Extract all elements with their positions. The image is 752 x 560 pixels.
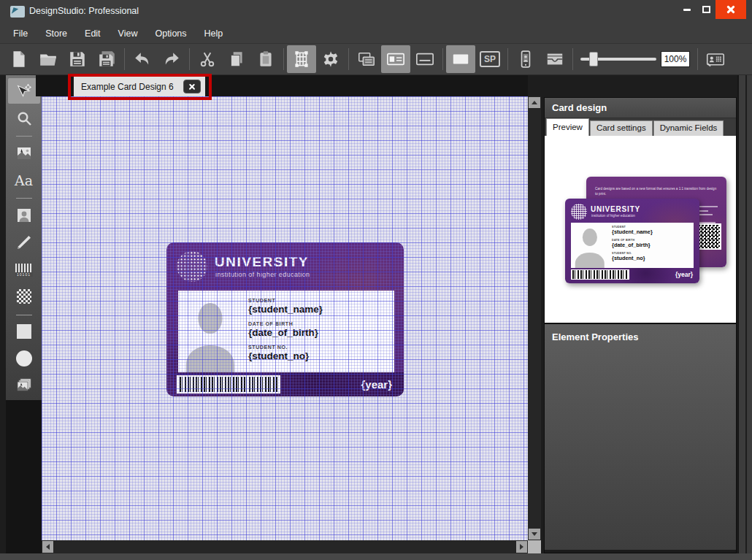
preview-year-field: {year} xyxy=(675,271,693,278)
image-tool[interactable] xyxy=(8,140,40,166)
undo-button[interactable] xyxy=(128,45,157,73)
zoom-value-field[interactable]: 100% xyxy=(661,51,690,67)
photo-tool[interactable] xyxy=(8,202,40,228)
field-value[interactable]: {student_no} xyxy=(248,350,323,361)
redo-button[interactable] xyxy=(157,45,186,73)
minimize-button[interactable] xyxy=(678,0,697,19)
toolbar-separator xyxy=(697,48,698,70)
horizontal-scrollbar[interactable] xyxy=(42,540,528,553)
sp-icon: SP xyxy=(480,51,500,67)
transform-grid-button[interactable] xyxy=(287,45,316,73)
card-design-front[interactable]: UNIVERSITY institution of higher educati… xyxy=(166,242,404,396)
document-tab[interactable]: Example Card Design 6 xyxy=(74,77,205,96)
gear-icon xyxy=(321,50,340,69)
text-tool-icon: Aa xyxy=(15,172,33,188)
save-icon xyxy=(68,50,87,69)
rectangle-icon xyxy=(17,324,31,339)
field-value[interactable]: {student_name} xyxy=(248,304,323,315)
toolbar-separator xyxy=(507,48,508,70)
menu-store[interactable]: Store xyxy=(45,28,67,39)
image-stack-tool[interactable] xyxy=(8,373,40,399)
card-photo-placeholder[interactable] xyxy=(184,296,237,372)
menu-help[interactable]: Help xyxy=(204,28,223,39)
scroll-right-button[interactable] xyxy=(516,541,527,553)
field-label: DATE OF BIRTH xyxy=(248,321,323,326)
preview-fields: STUDENT {student_name} DATE OF BIRTH {da… xyxy=(612,226,653,261)
design-canvas[interactable]: UNIVERSITY institution of higher educati… xyxy=(42,96,528,540)
close-button[interactable] xyxy=(715,0,746,19)
cut-button[interactable] xyxy=(193,45,222,73)
arrow-down-icon xyxy=(532,532,537,536)
line-tool[interactable] xyxy=(8,229,40,255)
open-button[interactable] xyxy=(34,45,63,73)
barcode-tool[interactable]: 10101 xyxy=(8,257,40,283)
panel-title: Card design xyxy=(545,98,736,118)
phone-preview-button[interactable] xyxy=(511,45,540,73)
copy-button[interactable] xyxy=(222,45,251,73)
sp-mode-button[interactable]: SP xyxy=(475,45,504,73)
new-document-icon xyxy=(9,50,28,69)
zoom-tool[interactable] xyxy=(8,105,40,131)
card-holder-button[interactable] xyxy=(540,45,569,73)
card-front-thumbnail[interactable]: UNIVERSITY institution of higher educati… xyxy=(565,199,699,283)
toolbar-separator xyxy=(442,48,443,70)
new-document-button[interactable] xyxy=(4,45,34,73)
card-front-back-button[interactable] xyxy=(352,45,381,73)
university-logo-icon xyxy=(571,204,587,220)
tab-dynamic-fields[interactable]: Dynamic Fields xyxy=(653,120,724,136)
select-move-icon xyxy=(15,83,33,100)
qrcode-tool[interactable] xyxy=(8,284,40,310)
phone-icon xyxy=(516,50,535,69)
scroll-left-button[interactable] xyxy=(42,541,53,553)
card-back-view-button[interactable] xyxy=(410,45,440,73)
save-all-button[interactable] xyxy=(92,45,121,73)
preview-org-subtitle: institution of higher education xyxy=(591,214,635,218)
settings-button[interactable] xyxy=(316,45,345,73)
maximize-button[interactable] xyxy=(697,0,715,19)
card-barcode[interactable] xyxy=(177,375,280,394)
field-value[interactable]: {date_of_birth} xyxy=(248,327,323,338)
preview-photo-placeholder xyxy=(574,225,606,268)
window-right-edge xyxy=(737,75,752,553)
tab-card-settings[interactable]: Card settings xyxy=(590,120,653,136)
document-tab-bar: Example Card Design 6 xyxy=(36,75,528,96)
card-blank-button[interactable] xyxy=(446,45,475,73)
scroll-up-button[interactable] xyxy=(529,97,540,108)
text-tool[interactable]: Aa xyxy=(8,167,40,193)
rectangle-tool[interactable] xyxy=(8,319,40,345)
card-front-back-icon xyxy=(357,50,376,69)
university-logo-icon xyxy=(177,251,207,282)
ellipse-tool[interactable] xyxy=(8,346,40,372)
card-fields: STUDENT {student_name} DATE OF BIRTH {da… xyxy=(248,298,323,361)
ellipse-icon xyxy=(16,350,32,367)
menu-bar: File Store Edit View Options Help xyxy=(0,24,752,44)
paste-button[interactable] xyxy=(251,45,280,73)
tab-close-button[interactable] xyxy=(183,80,201,93)
menu-edit[interactable]: Edit xyxy=(85,28,101,39)
portrait-icon xyxy=(15,207,33,224)
arrow-right-icon xyxy=(520,544,523,550)
image-icon xyxy=(15,145,33,162)
element-properties-panel: Element Properties xyxy=(545,324,736,550)
select-tool[interactable] xyxy=(8,78,40,104)
vertical-scrollbar[interactable] xyxy=(528,96,541,540)
save-button[interactable] xyxy=(63,45,92,73)
card-year-field[interactable]: {year} xyxy=(361,378,392,391)
tab-preview[interactable]: Preview xyxy=(546,118,589,136)
card-org-subtitle: institution of higher education xyxy=(215,271,310,278)
menu-file[interactable]: File xyxy=(13,28,28,39)
card-front-view-button[interactable] xyxy=(381,45,410,73)
menu-view[interactable]: View xyxy=(118,28,138,39)
workspace: Aa 10101 xyxy=(0,75,752,553)
print-card-button[interactable] xyxy=(701,45,730,73)
zoom-slider[interactable] xyxy=(580,45,656,73)
transform-grid-icon xyxy=(292,50,311,69)
redo-icon xyxy=(162,50,181,69)
zoom-slider-handle[interactable] xyxy=(589,52,598,66)
menu-options[interactable]: Options xyxy=(155,28,186,39)
scroll-down-button[interactable] xyxy=(529,529,540,540)
toolbar-separator xyxy=(283,48,284,70)
cut-scissors-icon xyxy=(198,50,217,69)
title-bar: DesignStudio: Professional xyxy=(0,0,752,24)
card-org-name: UNIVERSITY xyxy=(215,254,309,270)
